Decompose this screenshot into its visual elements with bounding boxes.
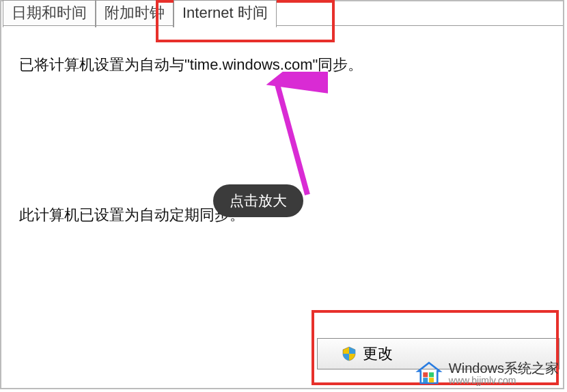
watermark-logo-icon bbox=[415, 359, 443, 388]
svg-rect-5 bbox=[423, 378, 428, 382]
svg-rect-4 bbox=[429, 372, 434, 377]
watermark: Windows系统之家 www.bjjmlv.com bbox=[415, 359, 559, 388]
tab-bar: 日期和时间 附加时钟 Internet 时间 bbox=[3, 0, 277, 27]
change-settings-label: 更改 bbox=[363, 344, 393, 364]
svg-rect-3 bbox=[423, 372, 428, 377]
tab-additional-clocks[interactable]: 附加时钟 bbox=[96, 0, 174, 27]
watermark-title: Windows系统之家 bbox=[449, 361, 559, 376]
tab-internet-time[interactable]: Internet 时间 bbox=[174, 0, 277, 27]
uac-shield-icon bbox=[341, 346, 357, 362]
tab-underline bbox=[3, 25, 563, 26]
tab-datetime[interactable]: 日期和时间 bbox=[3, 0, 96, 27]
sync-status-text: 已将计算机设置为自动与"time.windows.com"同步。 bbox=[19, 55, 363, 75]
watermark-url: www.bjjmlv.com bbox=[449, 376, 559, 386]
zoom-tooltip: 点击放大 bbox=[213, 184, 303, 217]
periodic-sync-text: 此计算机已设置为自动定期同步。 bbox=[19, 205, 245, 225]
svg-rect-6 bbox=[429, 378, 434, 382]
